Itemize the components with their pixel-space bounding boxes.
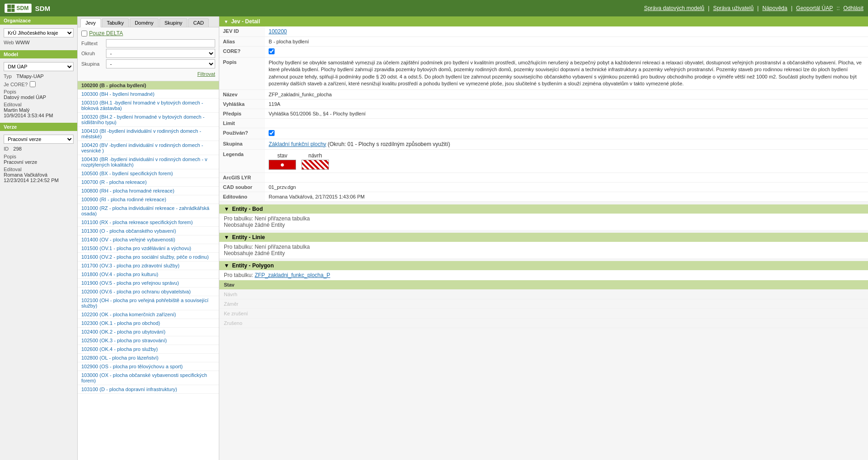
- list-item[interactable]: 100900 (RI - plocha rodinné rekreace): [78, 195, 219, 204]
- core-row: CORE?: [219, 47, 868, 58]
- popis-verze-label: Popis: [4, 154, 74, 159]
- je-core-checkbox[interactable]: [30, 81, 36, 87]
- list-item[interactable]: 101800 (OV.4 - plocha pro kulturu): [78, 270, 219, 279]
- tab-cad[interactable]: CAD: [188, 18, 209, 27]
- state-item[interactable]: Stav: [219, 280, 868, 290]
- tab-tabulky[interactable]: Tabulky: [102, 18, 129, 27]
- list-item[interactable]: 101600 (OV.2 - plocha pro sociální služb…: [78, 253, 219, 261]
- skupina-label: Skupina: [81, 61, 104, 67]
- popis-row: Popis Plochy bydlení se obvykle samostat…: [219, 58, 868, 90]
- je-core-row: Je CORE?: [4, 81, 74, 87]
- jevy-list: 100200 (B - plocha bydlení)100300 (BH - …: [78, 81, 219, 460]
- fulltext-input[interactable]: [106, 39, 215, 47]
- list-item[interactable]: 100430 (BR -bydlení individuální v rodin…: [78, 155, 219, 169]
- entity-polygon-header[interactable]: ▼ Entity - Polygon: [219, 261, 868, 270]
- model-header: Model: [0, 50, 77, 58]
- verze-content: Pracovní verze ID 298 Popis Pracovní ver…: [0, 131, 77, 188]
- cad-soubor-value: 01_przv.dgn: [265, 182, 868, 192]
- detail-table: JEV ID 100200 Alias B - plocha bydlení C…: [219, 26, 868, 202]
- detail-header-text: Jev - Detail: [231, 18, 260, 25]
- okruh-select[interactable]: -: [106, 49, 215, 58]
- list-item[interactable]: 101500 (OV.1 - plocha pro vzdělávání a v…: [78, 244, 219, 253]
- entity-bod-header-text: Entity - Bod: [232, 206, 263, 212]
- skupina-row: Skupina Základní funkční plochy (Okruh: …: [219, 139, 868, 149]
- list-item[interactable]: 100500 (BX - bydlení specifických forem): [78, 169, 219, 178]
- skupina-link[interactable]: Základní funkční plochy: [269, 141, 326, 147]
- tab-skupiny[interactable]: Skupiny: [159, 18, 187, 27]
- nav-link-sprava-uzivatelu[interactable]: Správa uživatelů: [713, 5, 754, 11]
- jev-id-value[interactable]: 100200: [269, 28, 287, 35]
- legend-stav-label: stav: [277, 152, 287, 159]
- list-item[interactable]: 102300 (OK.1 - plocha pro obchod): [78, 319, 219, 328]
- list-item[interactable]: 102000 (OV.6 - plocha pro ochranu obyvat…: [78, 288, 219, 296]
- entity-linie-header[interactable]: ▼ Entity - Linie: [219, 233, 868, 242]
- skupina-select[interactable]: -: [106, 59, 215, 68]
- list-item[interactable]: 100300 (BH - bydlení hromadné): [78, 90, 219, 99]
- nav-link-sprava-modelu[interactable]: Správa datových modelů: [644, 5, 704, 11]
- core-checkbox[interactable]: [269, 48, 275, 54]
- legenda-row: Legenda stav ● návrh: [219, 149, 868, 172]
- list-item[interactable]: 102500 (OK.3 - plocha pro stravování): [78, 336, 219, 345]
- list-item[interactable]: 100800 (RH - plocha hromadné rekreace): [78, 187, 219, 195]
- list-item[interactable]: 101700 (OV.3 - plocha pro zdravotní služ…: [78, 261, 219, 270]
- middle-panel: Jevy Tabulky Domény Skupiny CAD Pouze DE…: [78, 16, 219, 460]
- list-item[interactable]: 100410 (BI -bydlení individuální v rodin…: [78, 127, 219, 141]
- filtrovat-row: Filtrovat: [81, 70, 215, 78]
- pouze-delta-link[interactable]: Pouze DELTA: [89, 30, 123, 37]
- pouze-delta-checkbox[interactable]: [81, 31, 87, 37]
- detail-section: JEV ID 100200 Alias B - plocha bydlení C…: [219, 26, 868, 202]
- nav-link-napoveda[interactable]: Nápověda: [762, 5, 788, 11]
- list-item[interactable]: 102600 (OK.4 - plocha pro služby): [78, 345, 219, 354]
- state-item[interactable]: Zrušeno: [219, 319, 868, 328]
- tab-jevy[interactable]: Jevy: [80, 18, 101, 27]
- list-item[interactable]: 103100 (D - plocha dopravní infrastruktu…: [78, 385, 219, 394]
- predpis-row: Předpis Vyhláška 501/2006 Sb., §4 - Ploc…: [219, 109, 868, 118]
- skupina-row: Skupina -: [81, 59, 215, 68]
- popis-verze-row: Popis Pracovní verze: [4, 154, 74, 165]
- entity-polygon-table-row: Pro tabulku: ZFP_zakladni_funkc_plocha_P: [224, 272, 863, 278]
- editoval-date: 10/9/2014 3:53:44 PM: [4, 113, 74, 118]
- nav-link-odhlasit[interactable]: Odhlásit: [843, 5, 863, 11]
- list-item[interactable]: 100200 (B - plocha bydlení): [78, 81, 219, 90]
- verze-select[interactable]: Pracovní verze: [4, 135, 74, 144]
- state-item[interactable]: Návrh: [219, 290, 868, 299]
- nazev-value: ZFP_zakladni_funkc_plocha: [265, 89, 868, 99]
- list-item[interactable]: 102200 (OK - plocha komerčních zařízení): [78, 310, 219, 319]
- list-item[interactable]: 100310 (BH.1 -bydlení hromadné v bytovýc…: [78, 99, 219, 113]
- entity-bod-table-label: Pro tabulku:: [224, 215, 253, 222]
- editoval-label: Editoval: [4, 102, 74, 107]
- pouzivan-checkbox[interactable]: [269, 130, 275, 136]
- list-item[interactable]: 102900 (OS - plocha pro tělovýchovu a sp…: [78, 362, 219, 371]
- list-item[interactable]: 101900 (OV.5 - plocha pro veřejnou správ…: [78, 279, 219, 288]
- list-item[interactable]: 102100 (OH - plocha pro veřejná pohřebiš…: [78, 296, 219, 310]
- list-item[interactable]: 102400 (OK.2 - plocha pro ubytování): [78, 328, 219, 336]
- list-item[interactable]: 101400 (OV - plocha veřejné vybavenosti): [78, 235, 219, 244]
- list-item[interactable]: 102800 (OL - plocha pro lázeňství): [78, 354, 219, 362]
- alias-row: Alias B - plocha bydlení: [219, 37, 868, 47]
- organizace-select[interactable]: KrÚ Jihočeského kraje: [4, 28, 74, 37]
- list-item[interactable]: 100420 (BV -bydlení individuální v rodin…: [78, 141, 219, 155]
- model-select[interactable]: DM ÚAP: [4, 62, 74, 71]
- editoval-verze-date: 12/23/2014 12:24:52 PM: [4, 178, 74, 183]
- filtrovat-link[interactable]: Filtrovat: [197, 71, 215, 77]
- nav-link-geoportal[interactable]: Geoportál ÚAP: [796, 5, 833, 11]
- list-item[interactable]: 100320 (BH.2 - bydlení hromadné v bytový…: [78, 113, 219, 127]
- popis-label: Popis: [219, 58, 265, 90]
- fulltext-label: Fulltext: [81, 41, 104, 46]
- organizace-content: KrÚ Jihočeského kraje Web WWW: [0, 25, 77, 50]
- state-item[interactable]: Ke zrušení: [219, 309, 868, 319]
- tab-domeny[interactable]: Domény: [130, 18, 159, 27]
- list-item[interactable]: 101300 (O - plocha občanského vybavení): [78, 227, 219, 235]
- list-item[interactable]: 103000 (OX - plocha občanské vybavenosti…: [78, 371, 219, 385]
- list-item[interactable]: 100700 (R - plocha rekreace): [78, 178, 219, 187]
- entity-bod-header[interactable]: ▼ Entity - Bod: [219, 204, 868, 214]
- entity-bod-section: ▼ Entity - Bod Pro tabulku: Není přiřaze…: [219, 204, 868, 230]
- okruh-label: Okruh: [81, 51, 104, 56]
- state-list: StavNávrhZáměrKe zrušeníZrušeno: [219, 280, 868, 328]
- detail-header: ▼ Jev - Detail: [219, 16, 868, 26]
- list-item[interactable]: 101000 (RZ - plocha individuální rekreac…: [78, 204, 219, 218]
- state-item[interactable]: Záměr: [219, 299, 868, 309]
- list-item[interactable]: 101100 (RX - plocha rekreace specifickýc…: [78, 218, 219, 227]
- typ-value: TMapy-UAP: [16, 73, 44, 79]
- entity-polygon-table-link[interactable]: ZFP_zakladni_funkc_plocha_P: [254, 272, 330, 278]
